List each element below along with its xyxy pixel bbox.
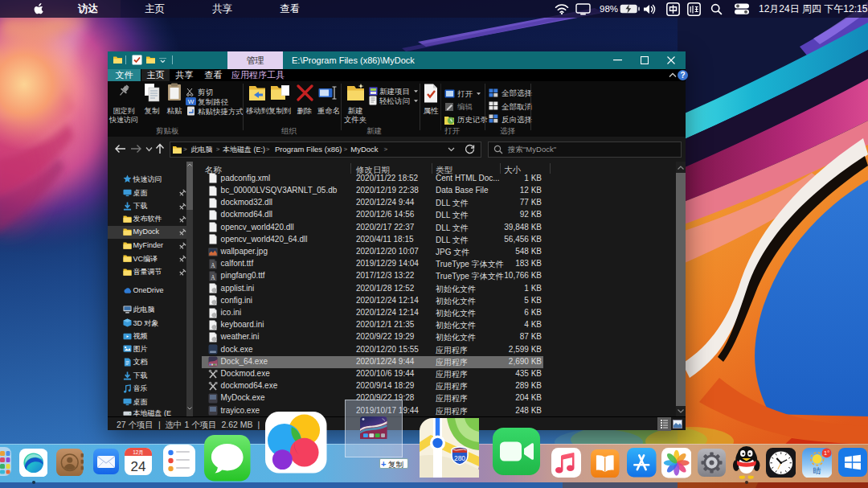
svg-text:A: A: [211, 261, 215, 269]
svg-text:24: 24: [130, 459, 145, 474]
svg-text:晴: 晴: [813, 465, 821, 474]
svg-text:W: W: [188, 98, 194, 105]
svg-text:1°: 1°: [824, 449, 829, 457]
svg-text:280: 280: [453, 454, 465, 462]
svg-text:A: A: [211, 273, 215, 281]
svg-text:12月: 12月: [133, 449, 144, 456]
